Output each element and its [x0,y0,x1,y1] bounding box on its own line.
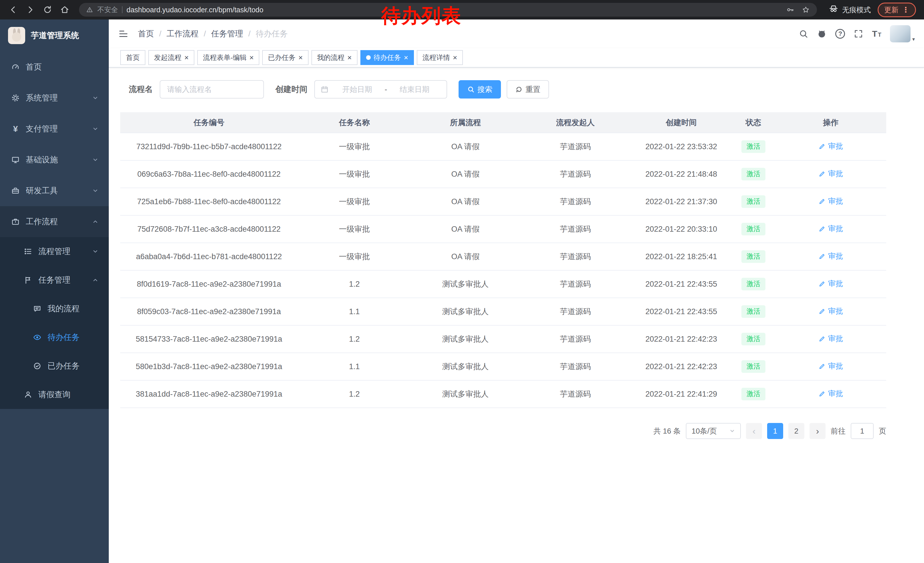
page-button-1[interactable]: 1 [767,423,783,439]
table-row: 580e1b3d-7ac8-11ec-a9e2-a2380e71991a 1.1… [120,353,886,380]
sidebar-item-workflow[interactable]: 工作流程 [0,206,109,237]
warning-icon [86,6,93,14]
cell-created: 2022-01-22 20:33:10 [631,215,732,243]
table-row: 58154733-7ac8-11ec-a9e2-a2380e71991a 1.2… [120,325,886,353]
app-logo-row[interactable]: 芋道管理系统 [0,20,109,51]
cell-created: 2022-01-21 22:43:55 [631,270,732,298]
sidebar-item-process-management[interactable]: 流程管理 [0,237,109,266]
date-separator: - [384,85,388,94]
key-icon[interactable] [786,6,795,14]
table-row: 75d72608-7b7f-11ec-a3c8-acde48001122 一级审… [120,215,886,243]
sidebar-item-system-management[interactable]: 系统管理 [0,83,109,113]
close-icon[interactable]: × [184,54,189,61]
table-row: 381aa1dd-7ac8-11ec-a9e2-a2380e71991a 1.2… [120,380,886,408]
search-icon[interactable] [799,29,808,39]
sidebar-item-label: 研发工具 [26,185,58,196]
breadcrumb-item[interactable]: 首页 [138,29,154,39]
approve-link[interactable]: 审批 [818,279,843,289]
process-name-input[interactable] [160,80,264,99]
close-icon[interactable]: × [298,54,303,61]
approve-link[interactable]: 审批 [818,306,843,316]
approve-link[interactable]: 审批 [818,251,843,261]
help-icon[interactable]: ? [835,29,845,39]
page-size-select[interactable]: 10条/页 [686,423,741,439]
cell-task-id: a6aba0a4-7b6d-11ec-b781-acde48001122 [120,243,298,270]
tab-process-detail[interactable]: 流程详情 × [417,50,463,65]
start-date-placeholder[interactable]: 开始日期 [331,84,384,95]
chevron-down-icon [92,157,99,163]
sidebar-collapse-icon[interactable] [118,29,129,39]
close-icon[interactable]: × [453,54,457,61]
yen-icon: ¥ [10,124,21,134]
date-range-picker[interactable]: 开始日期 - 结束日期 [314,80,447,99]
incognito-icon [828,4,839,16]
approve-link[interactable]: 审批 [818,224,843,234]
github-icon[interactable] [817,29,826,39]
sidebar-item-task-management[interactable]: 任务管理 [0,266,109,294]
cell-initiator: 芋道源码 [520,161,631,188]
forward-icon[interactable] [23,2,38,17]
cell-task-id: 8f0d1619-7ac8-11ec-a9e2-a2380e71991a [120,270,298,298]
goto-page-input[interactable] [851,423,874,439]
page-button-2[interactable]: 2 [788,423,804,439]
cell-task-id: 381aa1dd-7ac8-11ec-a9e2-a2380e71991a [120,380,298,408]
breadcrumb-item[interactable]: 工作流程 [166,29,199,39]
cell-task-name: 一级审批 [298,215,411,243]
next-page-button[interactable]: › [810,423,825,439]
sidebar-item-done-tasks[interactable]: 已办任务 [0,352,109,380]
status-badge: 激活 [741,360,765,373]
tab-initiate-process[interactable]: 发起流程 × [148,50,194,65]
list-icon [23,247,33,256]
end-date-placeholder[interactable]: 结束日期 [388,84,441,95]
reset-button[interactable]: 重置 [507,80,549,99]
approve-link[interactable]: 审批 [818,333,843,344]
user-avatar[interactable]: ▾ [890,25,915,42]
search-button[interactable]: 搜索 [459,80,501,99]
cell-initiator: 芋道源码 [520,380,631,408]
approve-link[interactable]: 审批 [818,141,843,151]
tab-my-processes[interactable]: 我的流程 × [311,50,357,65]
bookmark-star-icon[interactable] [801,6,810,14]
tab-process-form-edit[interactable]: 流程表单-编辑 × [197,50,260,65]
approve-link[interactable]: 审批 [818,169,843,179]
screen: 不安全 dashboard.yudao.iocoder.cn/bpm/task/… [0,0,924,563]
annotation-text: 待办列表 [381,3,461,29]
close-icon[interactable]: × [404,54,408,61]
tab-done-tasks[interactable]: 已办任务 × [262,50,308,65]
briefcase-icon [10,217,21,226]
home-icon[interactable] [57,2,72,17]
fullscreen-icon[interactable] [854,29,863,39]
column-header: 状态 [732,112,775,133]
chevron-up-icon [92,277,99,283]
sidebar-item-payment-management[interactable]: ¥ 支付管理 [0,113,109,144]
toolbox-icon [10,186,21,195]
table-row: 73211d9d-7b9b-11ec-b5b7-acde48001122 一级审… [120,133,886,161]
cell-task-id: 069c6a63-7b8a-11ec-8ef0-acde48001122 [120,161,298,188]
tab-todo-tasks[interactable]: 待办任务 × [360,50,414,65]
breadcrumb-item[interactable]: 任务管理 [211,29,243,39]
menu-dots-icon[interactable]: ⋮ [902,6,909,14]
approve-link[interactable]: 审批 [818,389,843,399]
prev-page-button[interactable]: ‹ [746,423,762,439]
approve-link[interactable]: 审批 [818,196,843,206]
update-button[interactable]: 更新 ⋮ [878,3,916,17]
incognito-label: 无痕模式 [842,5,871,15]
close-icon[interactable]: × [348,54,352,61]
cell-task-id: 8f059c03-7ac8-11ec-a9e2-a2380e71991a [120,298,298,325]
cell-process: 测试多审批人 [411,380,520,408]
sidebar-item-todo-tasks[interactable]: 待办任务 [0,323,109,352]
approve-link[interactable]: 审批 [818,361,843,371]
back-icon[interactable] [6,2,21,17]
sidebar-item-leave-query[interactable]: 请假查询 [0,380,109,409]
sidebar-item-infrastructure[interactable]: 基础设施 [0,144,109,175]
sidebar-item-home[interactable]: 首页 [0,51,109,83]
tab-home[interactable]: 首页 [120,50,146,65]
sidebar-item-my-processes[interactable]: 我的流程 [0,294,109,323]
close-icon[interactable]: × [249,54,254,61]
goto-suffix: 页 [879,426,886,436]
column-header: 流程发起人 [520,112,631,133]
avatar-image [890,25,910,42]
font-size-icon[interactable]: TT [872,29,881,39]
reload-icon[interactable] [40,2,55,17]
sidebar-item-dev-tools[interactable]: 研发工具 [0,175,109,206]
